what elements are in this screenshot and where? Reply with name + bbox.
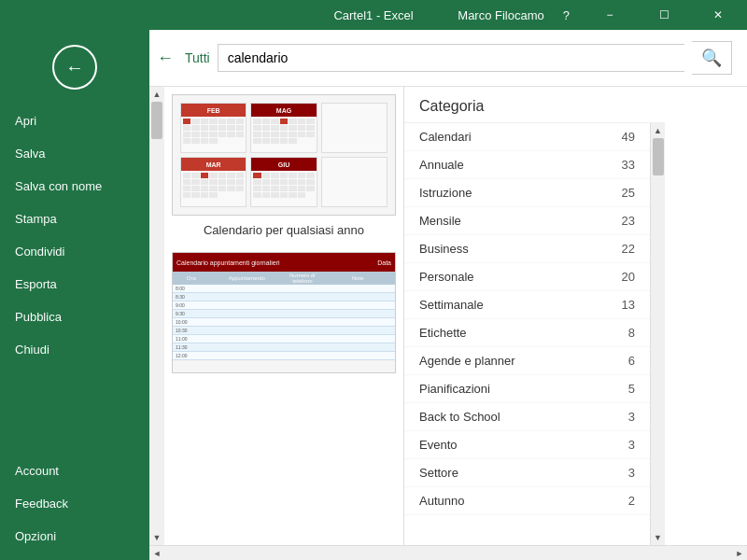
sidebar-item-pubblica-label: Pubblica: [15, 310, 62, 324]
back-arrow-icon: ←: [65, 57, 84, 78]
close-button[interactable]: ✕: [697, 0, 740, 30]
category-item-3[interactable]: Mensile23: [404, 207, 650, 235]
category-item-name-3: Mensile: [419, 214, 461, 228]
search-input[interactable]: [218, 44, 684, 72]
category-panel: Categoria Calendari49Annuale33Istruzione…: [403, 87, 665, 545]
col-appuntamento: Appuntamento: [210, 274, 284, 282]
category-item-count-0: 49: [622, 130, 635, 144]
col-note: Note: [321, 274, 395, 282]
scroll-down-arrow[interactable]: ▼: [149, 530, 164, 545]
sidebar-item-esporta-label: Esporta: [15, 277, 57, 291]
category-item-count-9: 5: [628, 382, 635, 396]
minimize-button[interactable]: −: [588, 0, 631, 30]
cal2-row: 9:30: [173, 310, 395, 318]
search-icon: 🔍: [701, 49, 722, 67]
search-button[interactable]: 🔍: [692, 41, 732, 75]
template-card-1[interactable]: FEB MAG: [172, 94, 396, 237]
cat-scroll-up[interactable]: ▲: [651, 123, 666, 138]
bottom-scroll-left[interactable]: ◄: [149, 546, 164, 561]
category-item-name-1: Annuale: [419, 158, 464, 172]
sidebar-item-opzioni[interactable]: Opzioni: [0, 520, 149, 553]
category-item-name-9: Pianificazioni: [419, 382, 490, 396]
cat-scroll-down[interactable]: ▼: [651, 530, 666, 545]
category-item-count-3: 23: [622, 214, 635, 228]
cal-month-feb: FEB: [180, 103, 247, 153]
cal-month-mag: MAG: [250, 103, 317, 153]
category-item-name-6: Settimanale: [419, 298, 484, 312]
sidebar-item-apri[interactable]: Apri: [0, 105, 149, 137]
cal2-row: 10:30: [173, 327, 395, 335]
search-back-arrow-icon[interactable]: ←: [157, 49, 174, 68]
cal2-row: 8:00: [173, 285, 395, 293]
category-item-name-7: Etichette: [419, 326, 467, 340]
titlebar-username: Marco Filocamo: [458, 8, 543, 22]
templates-scrollbar: ▲ ▼: [149, 87, 164, 545]
cat-scrollbar-track[interactable]: [651, 138, 665, 530]
scrollbar-thumb[interactable]: [151, 102, 162, 139]
sidebar-item-feedback-label: Feedback: [15, 497, 68, 511]
bottom-scrollbar-track[interactable]: [164, 546, 732, 560]
bottom-scroll-right[interactable]: ►: [732, 546, 747, 561]
sidebar-item-apri-label: Apri: [15, 114, 36, 128]
category-item-count-11: 3: [628, 438, 635, 452]
category-item-10[interactable]: Back to School3: [404, 403, 650, 431]
cal2-rows: 8:00 8:30 9:00 9:30 10:00 10:30 11:00 11…: [173, 285, 395, 372]
category-item-7[interactable]: Etichette8: [404, 319, 650, 347]
sidebar-item-condividi[interactable]: Condividi: [0, 235, 149, 268]
category-item-name-2: Istruzione: [419, 186, 472, 200]
sidebar-back-button[interactable]: ←: [52, 45, 97, 90]
category-item-count-6: 13: [622, 298, 635, 312]
titlebar: Cartel1 - Excel Marco Filocamo ? − ☐ ✕: [0, 0, 747, 30]
content-split: ▲ ▼ FEB: [149, 87, 747, 545]
category-item-5[interactable]: Personale20: [404, 263, 650, 291]
sidebar-item-pubblica[interactable]: Pubblica: [0, 301, 149, 333]
category-item-8[interactable]: Agende e planner6: [404, 347, 650, 375]
cal2-row: 11:00: [173, 335, 395, 343]
cal2-row: 12:00: [173, 352, 395, 360]
sidebar-item-account[interactable]: Account: [0, 455, 149, 487]
tutti-button[interactable]: Tutti: [185, 50, 210, 65]
scrollbar-track[interactable]: [149, 102, 164, 530]
sidebar-item-salva-label: Salva: [15, 147, 46, 161]
sidebar-item-stampa[interactable]: Stampa: [0, 203, 149, 235]
template-label-1: Calendario per qualsiasi anno: [204, 223, 364, 237]
category-item-count-10: 3: [628, 410, 635, 424]
category-item-12[interactable]: Settore3: [404, 459, 650, 487]
cat-scrollbar-thumb[interactable]: [653, 138, 664, 175]
category-item-11[interactable]: Evento3: [404, 431, 650, 459]
sidebar-item-salva-con-nome[interactable]: Salva con nome: [0, 170, 149, 203]
category-item-name-12: Settore: [419, 466, 458, 480]
cal2-data-label: Data: [377, 259, 391, 266]
templates-panel: FEB MAG: [164, 87, 403, 545]
sidebar-item-feedback[interactable]: Feedback: [0, 487, 149, 520]
titlebar-help-button[interactable]: ?: [563, 8, 570, 22]
category-scrollbar: ▲ ▼: [650, 123, 665, 545]
category-item-4[interactable]: Business22: [404, 235, 650, 263]
sidebar-item-chiudi[interactable]: Chiudi: [0, 333, 149, 366]
sidebar-item-account-label: Account: [15, 464, 59, 478]
template-img-1: FEB MAG: [172, 94, 396, 216]
sidebar-item-salva[interactable]: Salva: [0, 137, 149, 170]
col-numero: Numero di telefono: [284, 272, 321, 285]
category-item-9[interactable]: Pianificazioni5: [404, 375, 650, 403]
category-header: Categoria: [404, 87, 665, 123]
category-item-count-12: 3: [628, 466, 635, 480]
category-item-name-13: Autunno: [419, 494, 464, 508]
category-item-1[interactable]: Annuale33: [404, 151, 650, 179]
category-item-13[interactable]: Autunno2: [404, 487, 650, 515]
category-item-name-8: Agende e planner: [419, 354, 515, 368]
template-card-2[interactable]: Calendario appuntamenti giornalieri Data…: [172, 252, 396, 373]
maximize-button[interactable]: ☐: [642, 0, 685, 30]
cal2-row: 10:00: [173, 318, 395, 327]
cal2-row: 9:00: [173, 301, 395, 310]
scroll-up-arrow[interactable]: ▲: [149, 87, 164, 102]
template-img-2: Calendario appuntamenti giornalieri Data…: [172, 252, 396, 373]
category-item-0[interactable]: Calendari49: [404, 123, 650, 151]
category-item-count-13: 2: [628, 494, 635, 508]
cal2-row: 8:30: [173, 293, 395, 301]
templates-scroll-container: ▲ ▼ FEB: [149, 87, 403, 545]
sidebar-item-esporta[interactable]: Esporta: [0, 268, 149, 301]
category-item-2[interactable]: Istruzione25: [404, 179, 650, 207]
sidebar-item-chiudi-label: Chiudi: [15, 343, 49, 357]
category-item-6[interactable]: Settimanale13: [404, 291, 650, 319]
